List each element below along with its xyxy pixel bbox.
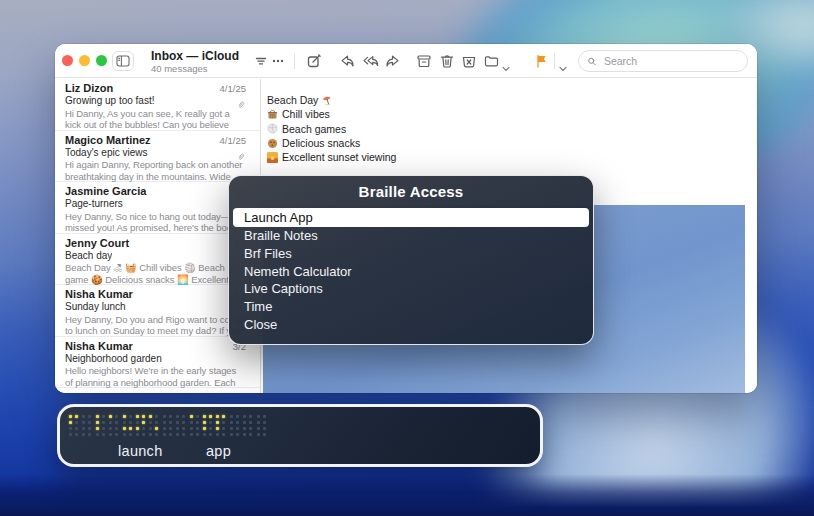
braille-dot-flat [115, 415, 118, 418]
menu-item-launch-app[interactable]: Launch App [233, 208, 589, 227]
braille-dot-flat [163, 433, 166, 436]
search-input[interactable] [602, 54, 739, 68]
message-sender: Liz Dizon [65, 82, 113, 95]
trash-button[interactable] [439, 53, 455, 69]
search-field[interactable] [578, 50, 748, 72]
braille-cell[interactable] [243, 415, 252, 436]
braille-caption-words: launchapp [60, 443, 540, 461]
message-subject: Page-turners [65, 198, 123, 211]
menu-item-braille-notes[interactable]: Braille Notes [233, 227, 589, 245]
archive-button[interactable] [416, 53, 432, 69]
email-body-item-label: Delicious snacks [282, 136, 360, 150]
braille-cell[interactable] [136, 415, 145, 436]
message-row[interactable]: Alejandra Delgado3/25/25 [55, 388, 260, 393]
braille-dot-flat [249, 433, 252, 436]
more-icon [270, 53, 286, 69]
braille-dot-flat [257, 421, 260, 424]
folder-chevron-down-icon[interactable] [502, 58, 510, 64]
window-title-block: Inbox — iCloud 40 messages [151, 50, 239, 75]
braille-dot-flat [182, 433, 185, 436]
braille-dot-flat [75, 421, 78, 424]
braille-cell[interactable] [109, 415, 118, 436]
braille-cell[interactable] [203, 415, 212, 436]
forward-button[interactable] [385, 53, 401, 69]
braille-dot-flat [155, 415, 158, 418]
braille-dot-flat [257, 433, 260, 436]
braille-dot-flat [102, 427, 105, 430]
minimize-window-button[interactable] [79, 55, 90, 66]
message-row[interactable]: Magico Martinez4/1/25Today's epic viewsH… [55, 131, 260, 183]
sidebar-toggle-button[interactable] [112, 51, 134, 71]
search-icon [587, 56, 597, 67]
forward-icon [385, 53, 401, 69]
braille-dot-flat [196, 421, 199, 424]
braille-cell[interactable] [96, 415, 105, 436]
braille-dot-flat [149, 433, 152, 436]
braille-dot-flat [129, 415, 132, 418]
braille-cell[interactable] [123, 415, 132, 436]
braille-dot-flat [203, 433, 206, 436]
braille-cell[interactable] [216, 415, 225, 436]
menu-item-close[interactable]: Close [233, 316, 589, 334]
braille-dot-flat [82, 433, 85, 436]
braille-dot-raised [209, 415, 212, 418]
message-sender: Magico Martinez [65, 134, 151, 147]
braille-dot-flat [243, 421, 246, 424]
reply-all-button[interactable] [363, 53, 379, 69]
flag-chevron-down-icon[interactable] [559, 58, 567, 64]
braille-dot-raised [149, 415, 152, 418]
email-body-title: Beach Day [267, 93, 396, 107]
braille-cell[interactable] [163, 415, 172, 436]
braille-cell[interactable] [176, 415, 185, 436]
braille-dot-flat [82, 415, 85, 418]
braille-cell[interactable] [257, 415, 266, 436]
more-button[interactable] [270, 53, 286, 69]
message-row[interactable]: Nisha Kumar3/2Neighborhood gardenHello n… [55, 337, 260, 389]
braille-dot-flat [263, 433, 266, 436]
close-window-button[interactable] [62, 55, 73, 66]
message-preview: Hey Danny, So nice to hang out today—I'v… [65, 211, 246, 234]
move-to-folder-button[interactable] [483, 53, 499, 69]
message-preview: Hi again Danny, Reporting back on anothe… [65, 159, 246, 182]
braille-dot-flat [263, 427, 266, 430]
braille-cell[interactable] [190, 415, 199, 436]
message-subject: Today's epic views [65, 147, 148, 160]
braille-dot-raised [75, 415, 78, 418]
braille-dot-flat [236, 433, 239, 436]
menu-item-brf-files[interactable]: Brf Files [233, 245, 589, 263]
braille-dot-flat [182, 421, 185, 424]
menu-item-time[interactable]: Time [233, 298, 589, 316]
window-subtitle: 40 messages [151, 64, 239, 75]
menu-item-live-captions[interactable]: Live Captions [233, 280, 589, 298]
braille-dot-raised [123, 427, 126, 430]
menu-item-nemeth-calculator[interactable]: Nemeth Calculator [233, 263, 589, 281]
message-subject: Growing up too fast! [65, 95, 155, 108]
braille-dot-flat [190, 427, 193, 430]
reply-button[interactable] [339, 53, 355, 69]
braille-dot-flat [243, 427, 246, 430]
braille-cell[interactable] [149, 415, 158, 436]
braille-dot-flat [123, 421, 126, 424]
braille-dot-flat [257, 427, 260, 430]
braille-cell[interactable] [230, 415, 239, 436]
email-body-title-text: Beach Day [267, 93, 318, 107]
braille-dot-flat [196, 427, 199, 430]
braille-access-title: Braille Access [229, 183, 593, 200]
message-date: 4/1/25 [220, 134, 246, 147]
message-row[interactable]: Liz Dizon4/1/25Growing up too fast!Hi Da… [55, 79, 260, 131]
braille-dot-raised [216, 427, 219, 430]
braille-dot-flat [102, 415, 105, 418]
braille-dot-flat [163, 421, 166, 424]
braille-access-menu: Launch AppBraille NotesBrf FilesNemeth C… [233, 208, 589, 334]
flag-button[interactable] [534, 53, 550, 69]
braille-dot-flat [115, 427, 118, 430]
email-body-text: Beach Day Chill vibesBeach gamesDeliciou… [267, 93, 396, 164]
braille-cell[interactable] [82, 415, 91, 436]
braille-display-bar[interactable]: launchapp [57, 404, 543, 467]
braille-cell[interactable] [69, 415, 78, 436]
zoom-window-button[interactable] [96, 55, 107, 66]
email-body-item: Chill vibes [267, 107, 396, 121]
compose-button[interactable] [306, 53, 322, 69]
filter-button[interactable] [253, 53, 269, 69]
junk-button[interactable] [461, 53, 477, 69]
